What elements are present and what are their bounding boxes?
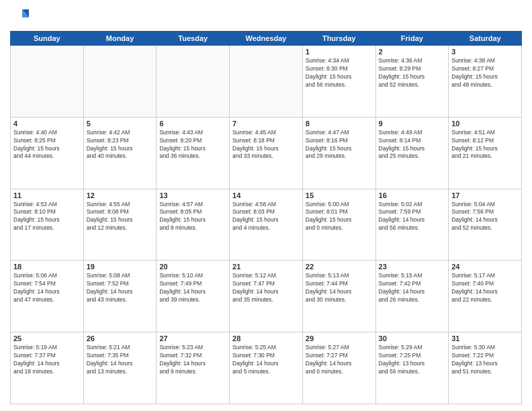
day-number: 7	[232, 120, 300, 128]
calendar-header-monday: Monday	[83, 32, 157, 46]
calendar-week-2: 4Sunrise: 4:40 AM Sunset: 8:25 PM Daylig…	[11, 117, 522, 189]
calendar-header-tuesday: Tuesday	[157, 32, 230, 46]
calendar-cell: 12Sunrise: 4:55 AM Sunset: 8:08 PM Dayli…	[83, 189, 157, 261]
calendar-cell: 25Sunrise: 5:19 AM Sunset: 7:37 PM Dayli…	[11, 332, 84, 404]
day-info: Sunrise: 4:36 AM Sunset: 8:29 PM Dayligh…	[379, 57, 446, 89]
calendar-cell: 19Sunrise: 5:08 AM Sunset: 7:52 PM Dayli…	[83, 261, 157, 332]
day-info: Sunrise: 4:47 AM Sunset: 8:16 PM Dayligh…	[306, 129, 373, 161]
day-info: Sunrise: 4:43 AM Sunset: 8:20 PM Dayligh…	[159, 129, 226, 161]
day-number: 29	[306, 334, 373, 342]
day-number: 15	[306, 191, 373, 199]
day-number: 28	[232, 334, 300, 342]
calendar-cell: 14Sunrise: 4:58 AM Sunset: 8:03 PM Dayli…	[230, 189, 303, 261]
day-number: 20	[159, 263, 226, 271]
calendar-header-saturday: Saturday	[449, 32, 522, 46]
day-number: 31	[451, 334, 519, 342]
page: SundayMondayTuesdayWednesdayThursdayFrid…	[0, 0, 532, 411]
calendar-cell: 27Sunrise: 5:23 AM Sunset: 7:32 PM Dayli…	[157, 332, 230, 404]
logo-icon	[10, 7, 29, 26]
calendar-cell: 16Sunrise: 5:02 AM Sunset: 7:59 PM Dayli…	[375, 189, 449, 261]
day-info: Sunrise: 5:06 AM Sunset: 7:54 PM Dayligh…	[13, 272, 81, 304]
day-number: 27	[159, 334, 226, 342]
day-number: 17	[451, 191, 519, 199]
day-info: Sunrise: 5:04 AM Sunset: 7:56 PM Dayligh…	[451, 201, 519, 233]
day-number: 26	[87, 334, 154, 342]
day-info: Sunrise: 4:58 AM Sunset: 8:03 PM Dayligh…	[232, 201, 300, 233]
day-info: Sunrise: 4:57 AM Sunset: 8:05 PM Dayligh…	[159, 201, 226, 233]
calendar-cell: 13Sunrise: 4:57 AM Sunset: 8:05 PM Dayli…	[157, 189, 230, 261]
day-number: 24	[451, 263, 519, 271]
calendar-cell: 11Sunrise: 4:53 AM Sunset: 8:10 PM Dayli…	[11, 189, 84, 261]
calendar-cell: 21Sunrise: 5:12 AM Sunset: 7:47 PM Dayli…	[230, 261, 303, 332]
calendar-week-5: 25Sunrise: 5:19 AM Sunset: 7:37 PM Dayli…	[11, 332, 522, 404]
day-number: 5	[87, 120, 154, 128]
logo	[10, 7, 32, 26]
day-info: Sunrise: 5:29 AM Sunset: 7:25 PM Dayligh…	[379, 344, 446, 376]
calendar-cell	[157, 46, 230, 118]
calendar-cell: 26Sunrise: 5:21 AM Sunset: 7:35 PM Dayli…	[83, 332, 157, 404]
calendar-header-friday: Friday	[375, 32, 449, 46]
day-number: 16	[379, 191, 446, 199]
day-info: Sunrise: 4:49 AM Sunset: 8:14 PM Dayligh…	[379, 129, 446, 161]
calendar-cell	[11, 46, 84, 118]
day-info: Sunrise: 4:42 AM Sunset: 8:23 PM Dayligh…	[87, 129, 154, 161]
day-number: 21	[232, 263, 300, 271]
calendar-cell: 24Sunrise: 5:17 AM Sunset: 7:40 PM Dayli…	[449, 261, 522, 332]
calendar-header-sunday: Sunday	[11, 32, 84, 46]
day-info: Sunrise: 5:15 AM Sunset: 7:42 PM Dayligh…	[379, 272, 446, 304]
day-info: Sunrise: 5:13 AM Sunset: 7:44 PM Dayligh…	[306, 272, 373, 304]
calendar-table: SundayMondayTuesdayWednesdayThursdayFrid…	[10, 31, 522, 404]
day-number: 25	[13, 334, 81, 342]
day-info: Sunrise: 5:30 AM Sunset: 7:22 PM Dayligh…	[451, 344, 519, 376]
day-info: Sunrise: 4:53 AM Sunset: 8:10 PM Dayligh…	[13, 201, 81, 233]
day-info: Sunrise: 5:12 AM Sunset: 7:47 PM Dayligh…	[232, 272, 300, 304]
calendar-cell: 29Sunrise: 5:27 AM Sunset: 7:27 PM Dayli…	[302, 332, 375, 404]
day-info: Sunrise: 4:34 AM Sunset: 8:30 PM Dayligh…	[306, 57, 373, 89]
day-number: 2	[379, 48, 446, 56]
calendar-week-3: 11Sunrise: 4:53 AM Sunset: 8:10 PM Dayli…	[11, 189, 522, 261]
day-info: Sunrise: 4:45 AM Sunset: 8:18 PM Dayligh…	[232, 129, 300, 161]
day-info: Sunrise: 5:21 AM Sunset: 7:35 PM Dayligh…	[87, 344, 154, 376]
day-number: 23	[379, 263, 446, 271]
calendar-cell: 30Sunrise: 5:29 AM Sunset: 7:25 PM Dayli…	[375, 332, 449, 404]
day-info: Sunrise: 5:02 AM Sunset: 7:59 PM Dayligh…	[379, 201, 446, 233]
calendar-cell: 3Sunrise: 4:38 AM Sunset: 8:27 PM Daylig…	[449, 46, 522, 118]
calendar-cell	[83, 46, 157, 118]
calendar-header-row: SundayMondayTuesdayWednesdayThursdayFrid…	[11, 32, 522, 46]
calendar-week-4: 18Sunrise: 5:06 AM Sunset: 7:54 PM Dayli…	[11, 261, 522, 332]
calendar-cell: 7Sunrise: 4:45 AM Sunset: 8:18 PM Daylig…	[230, 117, 303, 189]
calendar-cell: 15Sunrise: 5:00 AM Sunset: 8:01 PM Dayli…	[302, 189, 375, 261]
day-number: 19	[87, 263, 154, 271]
day-number: 6	[159, 120, 226, 128]
calendar-cell: 18Sunrise: 5:06 AM Sunset: 7:54 PM Dayli…	[11, 261, 84, 332]
day-info: Sunrise: 4:40 AM Sunset: 8:25 PM Dayligh…	[13, 129, 81, 161]
day-info: Sunrise: 4:51 AM Sunset: 8:12 PM Dayligh…	[451, 129, 519, 161]
calendar-cell: 10Sunrise: 4:51 AM Sunset: 8:12 PM Dayli…	[449, 117, 522, 189]
day-number: 10	[451, 120, 519, 128]
calendar-cell: 28Sunrise: 5:25 AM Sunset: 7:30 PM Dayli…	[230, 332, 303, 404]
calendar-cell: 1Sunrise: 4:34 AM Sunset: 8:30 PM Daylig…	[302, 46, 375, 118]
day-number: 30	[379, 334, 446, 342]
calendar-cell: 31Sunrise: 5:30 AM Sunset: 7:22 PM Dayli…	[449, 332, 522, 404]
calendar-cell: 17Sunrise: 5:04 AM Sunset: 7:56 PM Dayli…	[449, 189, 522, 261]
calendar-cell: 4Sunrise: 4:40 AM Sunset: 8:25 PM Daylig…	[11, 117, 84, 189]
day-info: Sunrise: 5:08 AM Sunset: 7:52 PM Dayligh…	[87, 272, 154, 304]
day-number: 1	[306, 48, 373, 56]
day-number: 8	[306, 120, 373, 128]
header	[10, 7, 522, 26]
calendar-cell: 20Sunrise: 5:10 AM Sunset: 7:49 PM Dayli…	[157, 261, 230, 332]
day-number: 12	[87, 191, 154, 199]
day-number: 4	[13, 120, 81, 128]
day-number: 9	[379, 120, 446, 128]
calendar-cell: 8Sunrise: 4:47 AM Sunset: 8:16 PM Daylig…	[302, 117, 375, 189]
day-number: 14	[232, 191, 300, 199]
calendar-week-1: 1Sunrise: 4:34 AM Sunset: 8:30 PM Daylig…	[11, 46, 522, 118]
calendar-cell: 22Sunrise: 5:13 AM Sunset: 7:44 PM Dayli…	[302, 261, 375, 332]
calendar-cell: 6Sunrise: 4:43 AM Sunset: 8:20 PM Daylig…	[157, 117, 230, 189]
day-info: Sunrise: 4:55 AM Sunset: 8:08 PM Dayligh…	[87, 201, 154, 233]
day-info: Sunrise: 5:00 AM Sunset: 8:01 PM Dayligh…	[306, 201, 373, 233]
day-info: Sunrise: 5:10 AM Sunset: 7:49 PM Dayligh…	[159, 272, 226, 304]
calendar-header-wednesday: Wednesday	[230, 32, 303, 46]
day-info: Sunrise: 5:25 AM Sunset: 7:30 PM Dayligh…	[232, 344, 300, 376]
day-number: 11	[13, 191, 81, 199]
